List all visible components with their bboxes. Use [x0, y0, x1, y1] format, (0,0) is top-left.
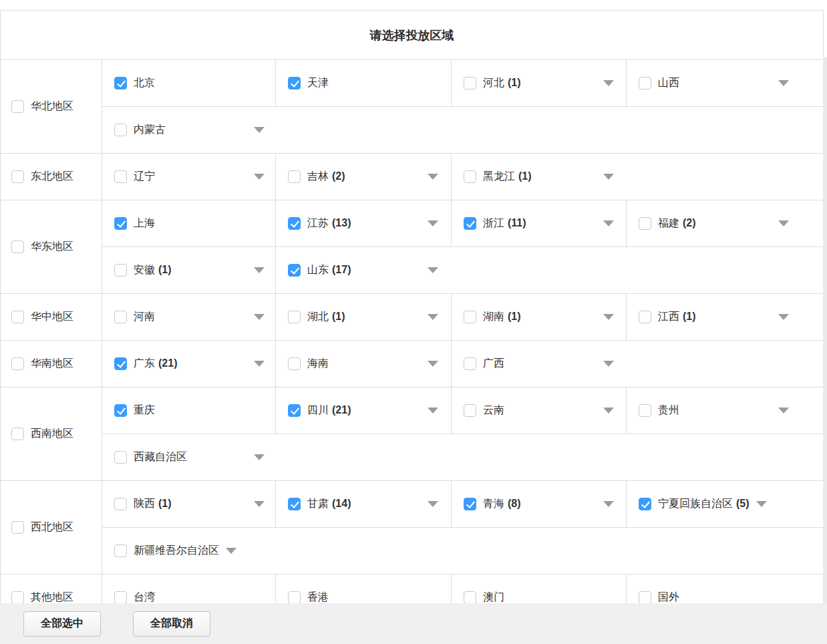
province-checkbox[interactable]: [114, 451, 127, 464]
province-checkbox[interactable]: [464, 311, 476, 323]
province-name[interactable]: 西藏自治区: [134, 451, 187, 462]
dropdown-arrow-icon[interactable]: [603, 361, 614, 367]
province-checkbox[interactable]: [639, 404, 651, 417]
province-name[interactable]: 澳门: [483, 591, 504, 603]
province-label[interactable]: 安徽(1): [134, 263, 172, 277]
region-checkbox[interactable]: [11, 357, 24, 370]
province-name[interactable]: 国外: [658, 591, 679, 603]
select-all-button[interactable]: 全部选中: [23, 611, 101, 637]
province-name[interactable]: 四川: [307, 404, 329, 416]
province-label[interactable]: 上海: [134, 216, 155, 230]
province-checkbox[interactable]: [114, 311, 127, 323]
province-label[interactable]: 宁夏回族自治区(5): [658, 497, 750, 511]
region-label[interactable]: 西北地区: [31, 520, 73, 534]
dropdown-arrow-icon[interactable]: [428, 408, 438, 414]
dropdown-arrow-icon[interactable]: [254, 314, 265, 320]
dropdown-arrow-icon[interactable]: [428, 361, 438, 367]
dropdown-arrow-icon[interactable]: [254, 267, 265, 273]
province-name[interactable]: 香港: [307, 591, 329, 603]
province-name[interactable]: 海南: [307, 357, 329, 369]
region-checkbox[interactable]: [11, 311, 24, 323]
province-name[interactable]: 江苏: [307, 217, 329, 228]
province-checkbox[interactable]: [639, 311, 651, 323]
province-name[interactable]: 河北: [483, 77, 504, 88]
province-label[interactable]: 国外: [658, 591, 679, 605]
province-label[interactable]: 北京: [134, 76, 155, 90]
province-checkbox[interactable]: [114, 544, 127, 557]
dropdown-arrow-icon[interactable]: [603, 501, 614, 507]
province-checkbox[interactable]: [288, 357, 301, 370]
province-name[interactable]: 辽宁: [134, 170, 155, 182]
province-checkbox[interactable]: [288, 264, 301, 277]
province-label[interactable]: 香港: [307, 591, 329, 605]
province-checkbox[interactable]: [464, 591, 476, 604]
province-name[interactable]: 重庆: [134, 404, 155, 416]
province-name[interactable]: 新疆维吾尔自治区: [134, 544, 219, 556]
province-checkbox[interactable]: [114, 217, 127, 230]
province-label[interactable]: 广西: [483, 357, 504, 371]
region-label[interactable]: 华北地区: [31, 100, 73, 114]
province-name[interactable]: 北京: [134, 77, 155, 88]
province-name[interactable]: 山东: [307, 264, 329, 275]
province-checkbox[interactable]: [114, 591, 127, 604]
province-label[interactable]: 河南: [134, 310, 155, 324]
province-name[interactable]: 青海: [483, 498, 504, 509]
dropdown-arrow-icon[interactable]: [254, 501, 265, 507]
region-checkbox[interactable]: [11, 240, 24, 253]
region-label[interactable]: 东北地区: [31, 170, 73, 184]
province-label[interactable]: 澳门: [483, 591, 504, 605]
cancel-all-button[interactable]: 全部取消: [133, 611, 210, 637]
province-checkbox[interactable]: [288, 217, 301, 230]
province-checkbox[interactable]: [114, 264, 127, 277]
province-checkbox[interactable]: [464, 77, 476, 90]
dropdown-arrow-icon[interactable]: [428, 314, 438, 320]
province-checkbox[interactable]: [288, 77, 301, 90]
province-name[interactable]: 浙江: [483, 217, 504, 228]
province-name[interactable]: 湖南: [483, 311, 504, 322]
province-name[interactable]: 广东: [134, 357, 155, 369]
province-label[interactable]: 海南: [307, 357, 329, 371]
province-name[interactable]: 天津: [307, 77, 329, 88]
province-checkbox[interactable]: [114, 77, 127, 90]
province-label[interactable]: 辽宁: [134, 170, 155, 184]
province-label[interactable]: 江苏(13): [307, 216, 351, 230]
dropdown-arrow-icon[interactable]: [778, 314, 789, 320]
province-checkbox[interactable]: [114, 170, 127, 183]
province-name[interactable]: 安徽: [134, 264, 155, 275]
province-label[interactable]: 贵州: [658, 404, 679, 418]
province-name[interactable]: 宁夏回族自治区: [658, 498, 733, 509]
province-label[interactable]: 内蒙古: [134, 123, 166, 137]
province-name[interactable]: 湖北: [307, 311, 329, 322]
province-checkbox[interactable]: [639, 217, 651, 230]
province-checkbox[interactable]: [114, 124, 127, 136]
province-checkbox[interactable]: [114, 498, 127, 510]
province-name[interactable]: 内蒙古: [134, 124, 166, 135]
region-checkbox[interactable]: [11, 100, 24, 113]
province-name[interactable]: 上海: [134, 217, 155, 228]
province-label[interactable]: 山西: [658, 76, 679, 90]
province-name[interactable]: 陕西: [134, 498, 155, 509]
dropdown-arrow-icon[interactable]: [603, 174, 614, 180]
province-checkbox[interactable]: [639, 498, 651, 510]
province-label[interactable]: 青海(8): [483, 497, 521, 511]
province-label[interactable]: 黑龙江(1): [483, 170, 532, 184]
province-name[interactable]: 黑龙江: [483, 170, 515, 182]
province-label[interactable]: 浙江(11): [483, 216, 526, 230]
dropdown-arrow-icon[interactable]: [428, 220, 438, 226]
province-label[interactable]: 云南: [483, 404, 504, 418]
dropdown-arrow-icon[interactable]: [226, 548, 236, 554]
province-checkbox[interactable]: [464, 498, 476, 510]
province-label[interactable]: 广东(21): [134, 357, 177, 371]
dropdown-arrow-icon[interactable]: [428, 501, 438, 507]
dropdown-arrow-icon[interactable]: [778, 408, 789, 414]
region-label[interactable]: 华东地区: [31, 240, 73, 254]
dropdown-arrow-icon[interactable]: [603, 408, 614, 414]
region-label[interactable]: 其他地区: [31, 591, 73, 605]
province-name[interactable]: 台湾: [134, 591, 155, 603]
province-name[interactable]: 云南: [483, 404, 504, 416]
dropdown-arrow-icon[interactable]: [603, 220, 614, 226]
region-checkbox[interactable]: [11, 591, 24, 604]
dropdown-arrow-icon[interactable]: [254, 454, 265, 460]
province-checkbox[interactable]: [114, 404, 127, 417]
province-checkbox[interactable]: [288, 591, 301, 604]
